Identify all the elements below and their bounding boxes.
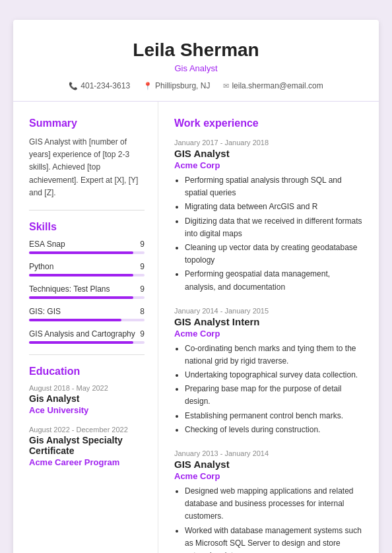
skill-bar-bg [29, 274, 145, 276]
work-company: Acme Corp [174, 329, 363, 339]
skill-score: 9 [140, 240, 145, 249]
work-bullet: Performing geospatial data management, a… [185, 268, 363, 293]
work-bullet: Preparing base map for the purpose of de… [185, 383, 363, 408]
edu-date: August 2018 - May 2022 [29, 384, 145, 392]
right-column: Work experience January 2017 - January 2… [158, 102, 379, 553]
work-item: January 2014 - January 2015 GIS Analyst … [174, 307, 363, 436]
work-items-list: January 2017 - January 2018 GIS Analyst … [174, 139, 363, 553]
skill-score: 9 [140, 284, 145, 294]
edu-degree: Gis Analyst [29, 393, 145, 404]
resume-card: Leila Sherman Gis Analyst 📞 401-234-3613… [13, 20, 379, 553]
work-company: Acme Corp [174, 160, 363, 170]
work-bullet: Checking of levels during construction. [185, 424, 363, 436]
location-contact: 📍 Phillipsburg, NJ [143, 81, 210, 90]
work-bullets: Designed web mapping applications and re… [174, 485, 363, 553]
skill-score: 9 [140, 262, 145, 271]
edu-school: Acme Career Program [29, 457, 145, 467]
work-date: January 2014 - January 2015 [174, 307, 363, 315]
skill-bar-fill [29, 319, 121, 321]
skill-bar-bg [29, 296, 145, 299]
phone-icon: 📞 [69, 82, 78, 90]
work-company: Acme Corp [174, 471, 363, 481]
work-experience-title: Work experience [174, 117, 363, 129]
email-value: leila.sherman@email.com [232, 81, 323, 90]
skill-label: GIS Analysis and Cartography [29, 329, 135, 339]
skill-item: Techniques: Test Plans 9 [29, 284, 145, 299]
phone-contact: 📞 401-234-3613 [69, 81, 130, 90]
education-item: August 2018 - May 2022 Gis Analyst Ace U… [29, 384, 145, 415]
work-bullets: Performing spatial analysis through SQL … [174, 174, 363, 294]
skill-bar-fill [29, 251, 133, 254]
work-date: January 2017 - January 2018 [174, 139, 363, 146]
location-value: Phillipsburg, NJ [155, 81, 210, 90]
skill-bar-fill [29, 341, 133, 344]
work-bullet: Designed web mapping applications and re… [185, 485, 363, 523]
work-bullet: Migrating data between ArcGIS and R [185, 201, 363, 213]
left-column: Summary GIS Analyst with [number of year… [13, 102, 158, 553]
email-icon: ✉ [223, 82, 229, 90]
location-icon: 📍 [143, 82, 152, 90]
work-role: GIS Analyst [174, 459, 363, 470]
skill-score: 9 [140, 329, 145, 339]
skill-bar-bg [29, 319, 145, 321]
skills-list: ESA Snap 9 Python 9 Techniques: Test Pla… [29, 240, 145, 344]
work-role: GIS Analyst Intern [174, 316, 363, 327]
skill-bar-bg [29, 251, 145, 254]
candidate-name: Leila Sherman [33, 40, 359, 61]
work-bullet: Undertaking topographical survey data co… [185, 369, 363, 381]
edu-date: August 2022 - December 2022 [29, 426, 145, 434]
work-item: January 2013 - January 2014 GIS Analyst … [174, 449, 363, 553]
skill-item: GIS: GIS 8 [29, 307, 145, 321]
phone-value: 401-234-3613 [81, 81, 130, 90]
skill-label: ESA Snap [29, 240, 65, 249]
contact-row: 📞 401-234-3613 📍 Phillipsburg, NJ ✉ leil… [33, 81, 359, 90]
work-bullet: Establishing permanent control bench mar… [185, 410, 363, 422]
work-item: January 2017 - January 2018 GIS Analyst … [174, 139, 363, 294]
skill-score: 8 [140, 307, 145, 316]
work-bullet: Co-ordinating bench marks and tying them… [185, 342, 363, 368]
work-bullet: Cleaning up vector data by creating geod… [185, 242, 363, 267]
summary-text: GIS Analyst with [number of years] exper… [29, 136, 145, 199]
resume-body: Summary GIS Analyst with [number of year… [13, 102, 379, 553]
work-role: GIS Analyst [174, 148, 363, 159]
skill-item: GIS Analysis and Cartography 9 [29, 329, 145, 344]
work-date: January 2013 - January 2014 [174, 449, 363, 457]
skill-label: Python [29, 262, 53, 271]
work-bullet: Digitizing data that we received in diff… [185, 215, 363, 240]
resume-header: Leila Sherman Gis Analyst 📞 401-234-3613… [13, 20, 379, 102]
work-bullet: Worked with database management systems … [185, 525, 363, 553]
skill-label: GIS: GIS [29, 307, 61, 316]
work-bullet: Performing spatial analysis through SQL … [185, 174, 363, 199]
edu-degree: Gis Analyst Specialty Certificate [29, 435, 145, 456]
skills-title: Skills [29, 221, 145, 233]
skills-divider [29, 354, 145, 355]
edu-school: Ace University [29, 405, 145, 415]
skill-item: ESA Snap 9 [29, 240, 145, 254]
email-contact: ✉ leila.sherman@email.com [223, 81, 323, 90]
skill-label: Techniques: Test Plans [29, 284, 110, 294]
summary-divider [29, 210, 145, 211]
education-list: August 2018 - May 2022 Gis Analyst Ace U… [29, 384, 145, 467]
skill-bar-bg [29, 341, 145, 344]
skill-bar-fill [29, 296, 133, 299]
work-bullets: Co-ordinating bench marks and tying them… [174, 342, 363, 436]
skill-bar-fill [29, 274, 133, 276]
summary-title: Summary [29, 117, 145, 129]
education-item: August 2022 - December 2022 Gis Analyst … [29, 426, 145, 467]
skill-item: Python 9 [29, 262, 145, 276]
candidate-title: Gis Analyst [33, 63, 359, 73]
education-title: Education [29, 366, 145, 377]
